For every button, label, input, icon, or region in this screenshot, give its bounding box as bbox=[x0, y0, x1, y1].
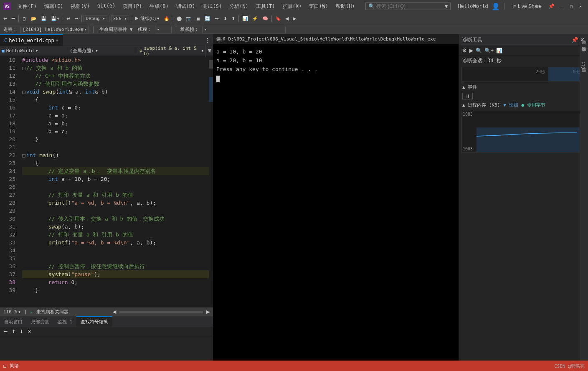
search-input[interactable] bbox=[376, 3, 443, 9]
save-all-btn[interactable]: 💾+ bbox=[49, 15, 61, 22]
app-name: HelloWorld bbox=[458, 3, 488, 9]
editor-tab-hello-world[interactable]: C hello_world.cpp ✕ bbox=[0, 34, 63, 46]
right-tab-debug[interactable]: 调试 bbox=[580, 45, 588, 51]
diag-zoom-in-btn[interactable]: 🔍+ bbox=[484, 48, 494, 53]
screenshot-btn[interactable]: 📷 bbox=[184, 15, 193, 22]
scope-dropdown[interactable]: ■ HelloWorld ▾ bbox=[0, 47, 68, 54]
editor-menu-btn[interactable]: ⋮ bbox=[202, 37, 213, 43]
bottom-btn-2[interactable]: ⬆ bbox=[10, 328, 17, 335]
right-tab-diag[interactable]: 诊断调试器 bbox=[580, 51, 588, 58]
thread-dropdown[interactable]: ▾ bbox=[155, 26, 172, 33]
tab-close-btn[interactable]: ✕ bbox=[56, 38, 58, 43]
open-btn[interactable]: 📂 bbox=[29, 15, 38, 22]
diag-chart-btn[interactable]: 📊 bbox=[496, 48, 502, 53]
new-file-btn[interactable]: 🗒 bbox=[20, 15, 28, 22]
menu-bar[interactable]: 文件(F) 编辑(E) 视图(V) Git(G) 项目(P) 生成(B) 调试(… bbox=[14, 2, 358, 11]
code-line-16: int c = 0; bbox=[22, 104, 210, 112]
breakpoints-btn[interactable]: ⬤ bbox=[175, 15, 183, 22]
minimize-button[interactable]: — bbox=[558, 3, 566, 10]
menu-debug[interactable]: 调试(D) bbox=[173, 2, 199, 11]
bottom-btn-1[interactable]: ⬅ bbox=[3, 328, 9, 335]
code-line-37: system("pause"); bbox=[22, 270, 210, 278]
status-bar: □ 就绪 CSDN @韩懿亮 bbox=[0, 361, 588, 371]
window-controls[interactable]: — □ ✕ bbox=[558, 3, 585, 10]
hot-reload-btn[interactable]: 🔥 bbox=[162, 15, 171, 22]
code-line-14: □void swap(int& a, int& b) bbox=[22, 88, 210, 96]
horizontal-scrollbar[interactable] bbox=[119, 311, 203, 313]
pin-icon[interactable]: 📌 bbox=[548, 3, 555, 9]
console-content[interactable]: a = 10, b = 20 a = 20, b = 10 Press any … bbox=[213, 44, 459, 361]
full-scope-dropdown[interactable]: (全局范围) ▾ bbox=[68, 47, 136, 55]
bottom-btn-3[interactable]: ⬇ bbox=[18, 328, 25, 335]
scroll-bar-handle[interactable]: ◀ bbox=[113, 309, 116, 315]
events-pause-btn[interactable]: ⏸ bbox=[462, 93, 473, 99]
menu-analyze[interactable]: 分析(N) bbox=[226, 2, 252, 11]
zoom-control[interactable]: 110 % ▾ bbox=[3, 309, 21, 315]
step-into-btn[interactable]: ⬇ bbox=[222, 15, 229, 22]
undo-btn[interactable]: ↩ bbox=[65, 15, 72, 22]
mem-usage-btn[interactable]: 🧠 bbox=[261, 15, 270, 22]
menu-file[interactable]: 文件(F) bbox=[14, 2, 40, 11]
code-line-33: printf("a = %d, b = %d\n", a, b); bbox=[22, 239, 210, 246]
right-tab-test[interactable]: 测试 bbox=[580, 72, 588, 79]
diag-pin-btn[interactable]: 📌 bbox=[571, 37, 578, 43]
prev-bookmark-btn[interactable]: ◀ bbox=[284, 15, 290, 22]
editor-split-btn[interactable]: ⊞ bbox=[206, 47, 213, 54]
toolbar-btn-1[interactable]: ⬅ bbox=[2, 15, 9, 22]
tab-locals[interactable]: 局部变量 bbox=[27, 317, 53, 327]
perf-btn[interactable]: ⚡ bbox=[251, 15, 260, 22]
tab-find-symbol[interactable]: 查找符号结果 bbox=[76, 316, 112, 327]
menu-window[interactable]: 窗口(W) bbox=[306, 2, 332, 11]
sep2 bbox=[63, 15, 63, 22]
code-editor[interactable]: 10 11 12 13 14 15 16 17 18 19 20 21 22 2… bbox=[0, 56, 213, 307]
process-dropdown[interactable]: [21648] HelloWorld.exe ▾ bbox=[20, 26, 89, 33]
toolbar-btn-2[interactable]: ➡ bbox=[10, 15, 17, 22]
bookmark-btn[interactable]: 🔖 bbox=[274, 15, 283, 22]
tab-filename: hello_world.cpp bbox=[9, 38, 54, 43]
diag-session-label: 诊断会话：34 秒 bbox=[462, 58, 502, 64]
menu-build[interactable]: 生成(B) bbox=[146, 2, 172, 11]
callstack-dropdown[interactable]: ▾ bbox=[202, 26, 286, 33]
menu-tools[interactable]: 工具(T) bbox=[253, 2, 279, 11]
live-share-button[interactable]: ↗ Live Share bbox=[509, 3, 545, 10]
code-line-20: } bbox=[22, 135, 210, 143]
status-icon: □ bbox=[3, 363, 6, 368]
show-diag-btn[interactable]: 📊 bbox=[241, 15, 250, 22]
diag-settings-btn[interactable]: ⚙ bbox=[462, 48, 467, 53]
next-bookmark-btn[interactable]: ▶ bbox=[291, 15, 298, 22]
lifecycle-dropdown[interactable]: 生命周期事件 ▼ bbox=[98, 26, 134, 33]
menu-test[interactable]: 测试(S) bbox=[199, 2, 225, 11]
continue-btn[interactable]: ▶ 继续(C) ▾ bbox=[133, 15, 161, 23]
restart-btn[interactable]: 🔄 bbox=[203, 15, 212, 22]
bottom-tab-bar: 自动窗口 局部变量 监视 1 查找符号结果 bbox=[0, 316, 213, 327]
save-btn[interactable]: 💾 bbox=[39, 15, 48, 22]
search-box[interactable]: 🔍 ▼ bbox=[365, 3, 451, 10]
close-button[interactable]: ✕ bbox=[576, 3, 585, 10]
config-dropdown[interactable]: Debug ▾ bbox=[84, 15, 107, 22]
maximize-button[interactable]: □ bbox=[567, 3, 575, 10]
step-out-btn[interactable]: ⬆ bbox=[230, 15, 237, 22]
code-content[interactable]: #include <stdio.h> □// 交换 a 和 b 的值 // C+… bbox=[19, 56, 213, 307]
right-tab-git[interactable]: Git bbox=[580, 58, 588, 72]
menu-help[interactable]: 帮助(H) bbox=[332, 2, 358, 11]
function-dropdown[interactable]: ⚙ swap(int & a, int & b) ▾ bbox=[136, 45, 206, 57]
diag-search-btn[interactable]: 🔍 bbox=[476, 48, 482, 53]
scroll-right-btn[interactable]: ▶ bbox=[206, 309, 210, 315]
menu-view[interactable]: 视图(V) bbox=[67, 2, 93, 11]
platform-dropdown[interactable]: x86 ▾ bbox=[111, 15, 129, 22]
tab-auto-window[interactable]: 自动窗口 bbox=[0, 317, 27, 327]
memory-legend-snapshot: ▼ 快照 bbox=[503, 102, 518, 108]
tab-watch[interactable]: 监视 1 bbox=[53, 317, 76, 327]
menu-extensions[interactable]: 扩展(X) bbox=[279, 2, 305, 11]
menu-edit[interactable]: 编辑(E) bbox=[41, 2, 67, 11]
diag-close-btn[interactable]: ✕ bbox=[580, 37, 585, 43]
bottom-btn-4[interactable]: ✕ bbox=[26, 328, 33, 335]
debug-stop-btn[interactable]: ⏹ bbox=[194, 15, 202, 22]
diag-play-btn[interactable]: ▶ bbox=[469, 48, 473, 53]
title-bar: VS 文件(F) 编辑(E) 视图(V) Git(G) 项目(P) 生成(B) … bbox=[0, 0, 588, 13]
menu-project[interactable]: 项目(P) bbox=[119, 2, 145, 11]
redo-btn[interactable]: ↪ bbox=[73, 15, 80, 22]
events-controls: ⏸ bbox=[459, 92, 588, 100]
step-over-btn[interactable]: ⮕ bbox=[213, 15, 221, 22]
menu-git[interactable]: Git(G) bbox=[94, 2, 119, 11]
